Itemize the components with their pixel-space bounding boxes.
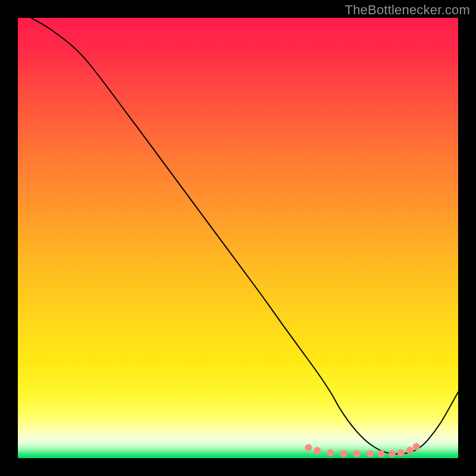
optimal-zone-marker (378, 450, 385, 458)
plot-svg (18, 18, 458, 458)
optimal-zone-marker (389, 450, 396, 458)
optimal-zone-marker (397, 449, 405, 456)
optimal-zone-marker (406, 447, 414, 454)
plot-area (18, 18, 458, 458)
optimal-zone-marker (353, 450, 361, 458)
optimal-zone-marker (367, 450, 374, 458)
gradient-background (18, 18, 458, 458)
optimal-zone-marker (305, 444, 312, 451)
optimal-zone-marker (340, 450, 347, 458)
optimal-zone-marker (413, 443, 420, 450)
optimal-zone-marker (314, 447, 321, 454)
chart-frame: TheBottlenecker.com (0, 0, 476, 476)
optimal-zone-marker (327, 449, 334, 456)
watermark-text: TheBottlenecker.com (345, 2, 470, 18)
